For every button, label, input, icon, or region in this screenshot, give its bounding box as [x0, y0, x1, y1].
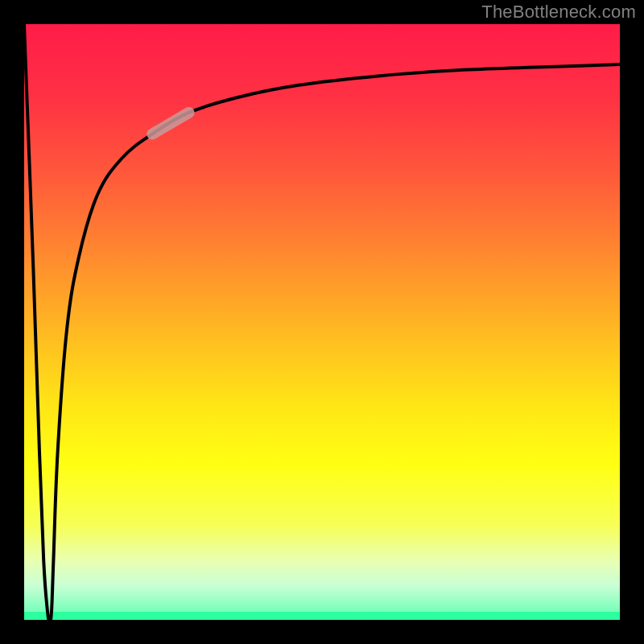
chart-stage: TheBottleneck.com: [0, 0, 644, 644]
plot-background-gradient: [24, 24, 634, 634]
watermark-text: TheBottleneck.com: [481, 2, 636, 23]
chart-svg: [0, 0, 644, 644]
